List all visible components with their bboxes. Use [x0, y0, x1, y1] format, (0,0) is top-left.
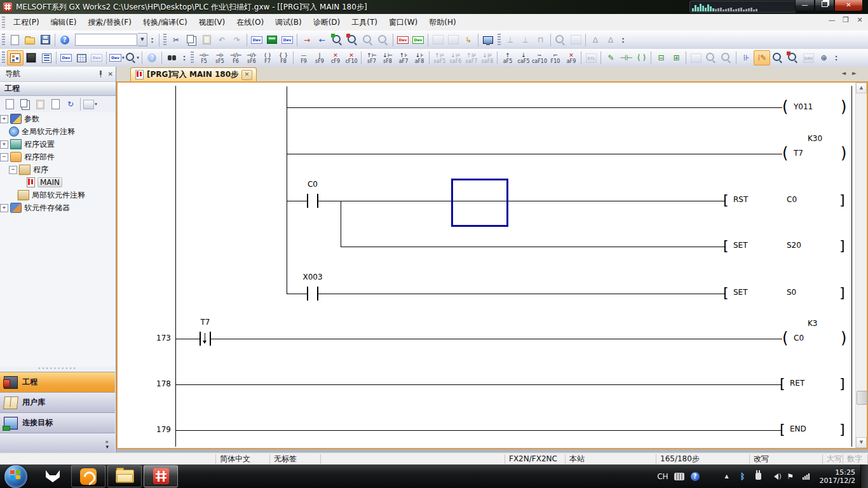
menu-item[interactable]: 工具(T) [346, 15, 383, 30]
network-icon[interactable] [801, 471, 811, 482]
taskbar-button-windows-explorer[interactable] [107, 465, 142, 487]
note-edit-button[interactable]: ⊞ [668, 51, 684, 65]
write-to-plc-button[interactable]: → [299, 33, 315, 47]
navigation-toggle-button[interactable] [7, 50, 24, 65]
delete-vertical-line-button[interactable]: ✕cF10 [343, 50, 359, 65]
taskbar-button-foobar2000[interactable] [36, 466, 69, 487]
tab-scroll-left-icon[interactable]: ◄ [841, 70, 846, 76]
device-test-button[interactable]: ▾ [125, 51, 140, 65]
scroll-down-button[interactable]: ▼ [856, 437, 867, 448]
monitor-window-button[interactable] [480, 33, 496, 47]
open-contact-button[interactable]: ⊣⊢F5 [196, 50, 212, 65]
tree-item-程序[interactable]: −程序 [0, 163, 115, 176]
pin-icon[interactable] [97, 71, 104, 78]
menu-item[interactable]: 在线(O) [231, 15, 269, 30]
parallel-falling-pulse-button[interactable]: ↓⊦aF8 [411, 50, 427, 65]
scroll-up-button[interactable]: ▲ [856, 83, 867, 93]
tree-item-参数[interactable]: +参数 [0, 112, 115, 125]
clock[interactable]: 15:252017/12/2 [820, 468, 855, 485]
mdi-close-button[interactable]: ✕ [855, 16, 864, 24]
minimize-button[interactable]: — [795, 0, 815, 11]
start-button[interactable] [4, 465, 27, 488]
combo-dropdown-button[interactable]: ▼ [138, 33, 147, 46]
menu-item[interactable]: 窗口(W) [383, 15, 423, 30]
tree-expander-icon[interactable]: + [0, 115, 8, 123]
scrollbar-thumb[interactable] [857, 391, 867, 405]
coil-label[interactable]: C0 [794, 334, 804, 342]
vertical-line-button[interactable]: |sF9 [311, 50, 327, 65]
edit-contact-block-button[interactable]: ⊣⊢ [618, 51, 634, 65]
cut-button[interactable]: ✂ [168, 33, 184, 47]
window-restore-icon[interactable] [706, 471, 716, 482]
line-input-button[interactable]: ⌐F10 [547, 50, 563, 65]
copy-button[interactable] [184, 33, 199, 47]
toolbar-overflow-button[interactable]: ▾▾ [832, 51, 839, 65]
instruction-operand[interactable]: S0 [787, 288, 796, 297]
panel-close-icon[interactable]: ✕ [108, 71, 113, 78]
parallel-closed-contact-button[interactable]: ⊣/⊦sF6 [243, 50, 259, 65]
power-icon[interactable] [754, 471, 764, 482]
coil-label[interactable]: T7 [794, 149, 803, 158]
instruction-mnemonic[interactable]: RET [790, 379, 804, 388]
write-mode-button[interactable]: ⁞✎ [754, 50, 770, 65]
tree-item-局部软元件注释[interactable]: 局部软元件注释 [0, 189, 115, 201]
menu-item[interactable]: 视图(V) [193, 15, 231, 30]
parallel-open-contact-button[interactable]: ⊣⊦sF5 [212, 50, 227, 65]
bluetooth-icon[interactable]: ᛒ [738, 471, 748, 482]
mdi-restore-button[interactable]: ❒ [841, 16, 850, 24]
instruction-operand[interactable]: C0 [787, 195, 797, 204]
nav-button-project[interactable]: 工程 [0, 372, 115, 392]
contact-label[interactable]: X003 [290, 273, 335, 281]
instruction-mnemonic[interactable]: SET [733, 288, 748, 297]
edit-ladder-button[interactable]: ✎ [603, 51, 618, 65]
menu-item[interactable]: 诊断(D) [308, 15, 346, 30]
refresh-view-button[interactable]: ↻ [63, 97, 78, 111]
help-button[interactable]: ? [57, 33, 72, 47]
line-delete-button[interactable]: ✕aF9 [563, 50, 579, 65]
help-icon[interactable]: ? [690, 471, 700, 482]
rising-pulse-button[interactable]: ↑⊢sF7 [363, 50, 379, 65]
horizontal-line-button[interactable]: —F9 [295, 50, 311, 65]
toolbar-overflow-button[interactable]: ▾▾ [149, 33, 156, 47]
parallel-rising-pulse-button[interactable]: ↑⊦aF7 [395, 50, 411, 65]
tree-item-程序设置[interactable]: +程序设置 [0, 138, 115, 151]
device-hw-search-button[interactable]: Dev [280, 33, 295, 47]
edit-coil-block-button[interactable]: ( ) [634, 51, 649, 65]
menu-item[interactable]: 帮助(H) [423, 15, 461, 30]
mdi-minimize-button[interactable]: — [827, 16, 836, 24]
vertical-scrollbar[interactable]: ▲ ▼ [855, 83, 867, 448]
nav-button-user-library[interactable]: 用户库 [0, 392, 115, 412]
copy-data-button[interactable] [17, 97, 32, 111]
tree-expander-icon[interactable]: + [0, 140, 8, 149]
edit-cursor[interactable] [451, 179, 508, 227]
delete-horizontal-line-button[interactable]: ✕cF9 [327, 50, 343, 65]
instruction-mnemonic[interactable]: END [790, 424, 806, 433]
result-rising-pulse-button[interactable]: ↑aF5 [499, 50, 515, 65]
tree-item-全局软元件注释[interactable]: 全局软元件注释 [0, 125, 115, 138]
show-desktop-button[interactable] [860, 464, 868, 488]
device-read-button[interactable]: Dev [410, 33, 426, 47]
open-project-button[interactable] [22, 33, 37, 47]
find-replace-button[interactable] [164, 51, 179, 65]
jump-cross-reference-button[interactable]: ↳ [461, 33, 476, 47]
toolbar-grip[interactable] [498, 34, 501, 46]
read-mode-button[interactable] [770, 51, 785, 65]
ladder-canvas[interactable]: C0X003T7(Y011)(T7)K30(C0)K3[RSTC0][SETS2… [118, 83, 853, 448]
closed-contact-button[interactable]: ⊣/⊢F6 [227, 50, 243, 65]
toolbar-grip[interactable] [2, 34, 5, 46]
read-from-plc-button[interactable]: ← [315, 33, 330, 47]
panel-splitter-dots[interactable]: •••••••••• [0, 367, 115, 372]
volume-icon[interactable] [770, 471, 780, 482]
wiring-display-button[interactable]: ⁞⊦ [738, 51, 754, 65]
restore-button[interactable] [815, 0, 834, 11]
device-comment-list-button[interactable]: Dev [58, 51, 74, 65]
result-falling-pulse-button[interactable]: ↓caF5 [515, 50, 531, 65]
application-instruction-button[interactable]: { }F8 [275, 50, 291, 65]
instruction-mnemonic[interactable]: SET [733, 241, 748, 250]
taskbar-button-gx-works2[interactable] [144, 465, 178, 487]
invert-result-button[interactable]: ~caF10 [531, 50, 547, 65]
falling-pulse-button[interactable]: ↓⊢sF8 [379, 50, 395, 65]
tree-item-程序部件[interactable]: −程序部件 [0, 151, 115, 163]
menu-item[interactable]: 调试(B) [269, 15, 308, 30]
taskbar-button-uc-browser[interactable] [71, 465, 105, 487]
